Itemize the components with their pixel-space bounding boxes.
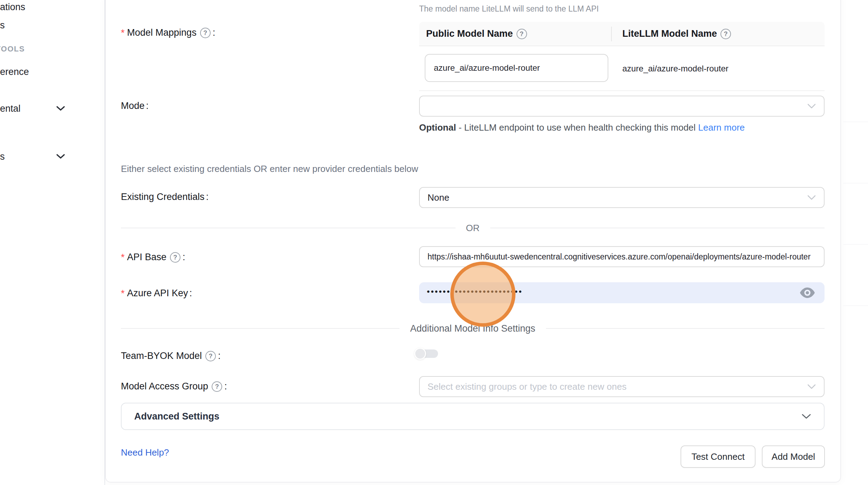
- background-row-divider: [843, 244, 868, 245]
- add-model-button[interactable]: Add Model: [762, 445, 825, 468]
- mode-label: Mode :: [121, 99, 149, 112]
- help-icon[interactable]: ?: [212, 381, 222, 392]
- azure-api-key-label: * Azure API Key :: [121, 286, 192, 300]
- help-icon[interactable]: ?: [200, 28, 211, 38]
- api-base-label: * API Base ? :: [121, 250, 185, 264]
- learn-more-link[interactable]: Learn more: [698, 122, 745, 133]
- help-icon[interactable]: ?: [517, 29, 527, 39]
- chevron-down-icon: [56, 154, 65, 159]
- chevron-down-icon: [807, 384, 816, 389]
- background-row-divider: [843, 183, 868, 183]
- background-row-divider: [843, 305, 868, 306]
- add-model-page: ations s TOOLS erence ental s The model …: [0, 0, 868, 485]
- column-header-public-model-name: Public Model Name ?: [419, 28, 611, 39]
- required-asterisk: *: [121, 287, 125, 300]
- team-byok-toggle[interactable]: [414, 348, 438, 360]
- help-icon[interactable]: ?: [720, 29, 731, 39]
- chevron-down-icon: [807, 103, 816, 109]
- public-model-name-input[interactable]: [425, 54, 608, 82]
- sidebar-item-settings[interactable]: s: [0, 150, 5, 163]
- masked-api-key: ••••••••••••••••••••••••: [427, 287, 523, 296]
- chevron-down-icon: [807, 195, 816, 200]
- eye-icon[interactable]: [799, 286, 815, 299]
- help-icon[interactable]: ?: [170, 252, 180, 263]
- model-mappings-table: Public Model Name ? LiteLLM Model Name ?…: [419, 22, 825, 91]
- column-header-litellm-model-name: LiteLLM Model Name ?: [611, 28, 733, 39]
- background-row-divider: [843, 122, 868, 122]
- existing-credentials-label: Existing Credentials :: [121, 190, 209, 203]
- sidebar-item-inference[interactable]: erence: [0, 65, 29, 78]
- team-byok-label: Team-BYOK Model ? :: [121, 349, 221, 362]
- sidebar: ations s TOOLS erence ental s: [0, 0, 105, 485]
- additional-settings-divider: Additional Model Info Settings: [121, 323, 825, 334]
- azure-api-key-input[interactable]: ••••••••••••••••••••••••: [419, 282, 825, 303]
- model-access-group-label: Model Access Group ? :: [121, 380, 227, 393]
- chevron-down-icon: [56, 106, 65, 111]
- mode-help-text: Optional - LiteLLM endpoint to use when …: [419, 120, 745, 134]
- model-mappings-label: * Model Mappings ? :: [121, 26, 215, 39]
- api-base-input[interactable]: [419, 246, 825, 267]
- litellm-model-name-value: azure_ai/azure-model-router: [622, 46, 729, 91]
- existing-credentials-select[interactable]: None: [419, 187, 825, 208]
- select-placeholder: Select existing groups or type to create…: [428, 381, 627, 392]
- advanced-settings-header[interactable]: Advanced Settings: [121, 403, 825, 430]
- mode-select[interactable]: [419, 96, 825, 117]
- sidebar-item-1[interactable]: s: [0, 19, 5, 32]
- toggle-knob: [414, 348, 426, 360]
- table-header-row: Public Model Name ? LiteLLM Model Name ?: [419, 22, 825, 46]
- advanced-settings-title: Advanced Settings: [134, 411, 219, 422]
- table-row: azure_ai/azure-model-router: [419, 46, 825, 91]
- required-asterisk: *: [121, 251, 125, 264]
- need-help-link[interactable]: Need Help?: [121, 447, 169, 458]
- required-asterisk: *: [121, 27, 125, 39]
- or-divider: OR: [121, 222, 825, 234]
- sidebar-item-integrations[interactable]: ations: [0, 1, 25, 13]
- chevron-down-icon: [801, 413, 811, 420]
- model-name-hint: The model name LiteLLM will send to the …: [419, 4, 599, 14]
- test-connect-button[interactable]: Test Connect: [681, 445, 756, 468]
- model-access-group-select[interactable]: Select existing groups or type to create…: [419, 376, 825, 397]
- help-icon[interactable]: ?: [205, 351, 216, 361]
- sidebar-section-tools: TOOLS: [0, 44, 25, 54]
- column-divider: [611, 27, 612, 41]
- sidebar-item-experimental[interactable]: ental: [0, 102, 21, 115]
- credentials-hint: Either select existing credentials OR en…: [121, 163, 418, 175]
